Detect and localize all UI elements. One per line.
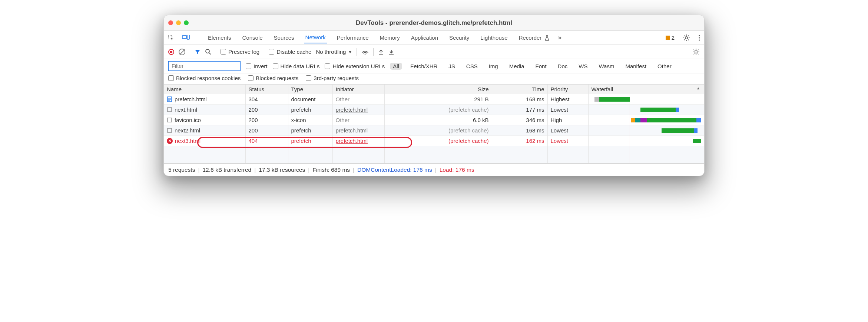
throttling-dropdown[interactable]: No throttling▼ [316,49,352,55]
kebab-icon[interactable] [698,34,700,41]
type-filter-wasm[interactable]: Wasm [596,63,617,70]
table-row[interactable]: next3.html 404 prefetch prefetch.html (p… [164,136,704,146]
initiator-link[interactable]: prefetch.html [336,106,368,113]
preserve-log-checkbox[interactable]: Preserve log [221,49,259,55]
blocked-requests-label: Blocked requests [256,75,298,81]
type-filter-media[interactable]: Media [506,63,527,70]
initiator-text: Other [336,96,350,102]
filter-input[interactable] [168,61,241,71]
gear-icon[interactable] [692,48,700,56]
table-row[interactable]: favicon.ico 200 x-icon Other 6.0 kB 346 … [164,115,704,125]
tab-recorder[interactable]: Recorder [517,32,543,43]
type-filter-ws[interactable]: WS [576,63,590,70]
title-bar: DevTools - prerender-demos.glitch.me/pre… [164,15,704,31]
initiator-link[interactable]: prefetch.html [336,127,368,134]
tab-security[interactable]: Security [448,32,471,43]
status-cell: 200 [245,125,288,136]
table-row[interactable]: next2.html 200 prefetch prefetch.html (p… [164,125,704,136]
type-filter-doc[interactable]: Doc [555,63,571,70]
request-name: prefetch.html [175,96,207,102]
network-toolbar: Preserve log Disable cache No throttling… [164,45,704,59]
inspect-icon[interactable] [168,34,174,41]
size-cell: (prefetch cache) [384,125,492,136]
hide-extension-urls-checkbox[interactable]: Hide extension URLs [325,63,385,69]
type-filter-other[interactable]: Other [655,63,675,70]
initiator-link[interactable]: prefetch.html [336,138,368,144]
blocked-requests-checkbox[interactable]: Blocked requests [248,75,298,81]
col-initiator[interactable]: Initiator [332,85,384,94]
type-cell: prefetch [288,136,332,146]
waterfall-bar [592,107,701,113]
status-cell: 200 [245,115,288,125]
status-cell: 404 [245,136,288,146]
type-filter-fetch/xhr[interactable]: Fetch/XHR [407,63,440,70]
upload-har-icon[interactable] [378,49,384,55]
more-tabs-icon[interactable]: » [558,34,561,42]
waterfall-bar [592,117,701,123]
hide-ext-label: Hide extension URLs [332,63,385,69]
request-name: next3.html [175,138,201,144]
status-cell: 304 [245,94,288,105]
tab-sources[interactable]: Sources [272,32,296,43]
tab-network[interactable]: Network [304,32,327,43]
type-filter-js[interactable]: JS [445,63,458,70]
device-icon[interactable] [182,35,190,41]
invert-label: Invert [254,63,268,69]
col-name[interactable]: Name [164,85,245,94]
svg-point-17 [365,53,366,55]
waterfall-bar [592,128,701,134]
divider [198,34,198,42]
filter-icon[interactable] [195,49,201,55]
third-party-checkbox[interactable]: 3rd-party requests [306,75,359,81]
type-filter-all[interactable]: All [390,63,402,70]
download-har-icon[interactable] [388,49,394,55]
priority-cell: High [547,115,588,125]
type-filter-img[interactable]: Img [486,63,501,70]
svg-rect-34 [168,118,172,122]
col-priority[interactable]: Priority [547,85,588,94]
disable-cache-checkbox[interactable]: Disable cache [269,49,311,55]
summary-requests: 5 requests [168,167,195,173]
warnings-badge[interactable]: 2 [666,34,675,41]
status-cell: 200 [245,105,288,115]
svg-point-3 [685,36,688,39]
type-cell: prefetch [288,105,332,115]
table-row [164,146,704,163]
divider [190,48,190,56]
col-status[interactable]: Status [245,85,288,94]
search-icon[interactable] [205,49,211,55]
blocked-cookies-checkbox[interactable]: Blocked response cookies [168,75,241,81]
size-cell: (prefetch cache) [384,105,492,115]
waterfall-bar [592,96,701,102]
type-cell: document [288,94,332,105]
record-button[interactable] [168,49,174,55]
svg-line-26 [698,53,698,54]
table-row[interactable]: next.html 200 prefetch prefetch.html (pr… [164,105,704,115]
priority-cell: Lowest [547,136,588,146]
tab-elements[interactable]: Elements [206,32,233,43]
hide-data-urls-checkbox[interactable]: Hide data URLs [273,63,320,69]
type-cell: x-icon [288,115,332,125]
clear-button[interactable] [179,49,185,55]
col-waterfall[interactable]: Waterfall [588,85,704,94]
tab-performance[interactable]: Performance [335,32,370,43]
divider [373,48,374,56]
type-filter-font[interactable]: Font [533,63,550,70]
type-filter-css[interactable]: CSS [463,63,481,70]
tab-application[interactable]: Application [410,32,440,43]
network-conditions-icon[interactable] [361,49,369,55]
tab-console[interactable]: Console [241,32,264,43]
error-icon [167,138,173,144]
load-line [630,96,630,102]
type-filter-manifest[interactable]: Manifest [622,63,649,70]
col-type[interactable]: Type [288,85,332,94]
throttling-value: No throttling [316,49,346,55]
invert-checkbox[interactable]: Invert [246,63,268,69]
priority-cell: Lowest [547,125,588,136]
gear-icon[interactable] [683,34,690,42]
col-time[interactable]: Time [492,85,547,94]
table-row[interactable]: prefetch.html 304 document Other 291 B 1… [164,94,704,105]
col-size[interactable]: Size [384,85,492,94]
tab-lighthouse[interactable]: Lighthouse [479,32,509,43]
tab-memory[interactable]: Memory [378,32,401,43]
